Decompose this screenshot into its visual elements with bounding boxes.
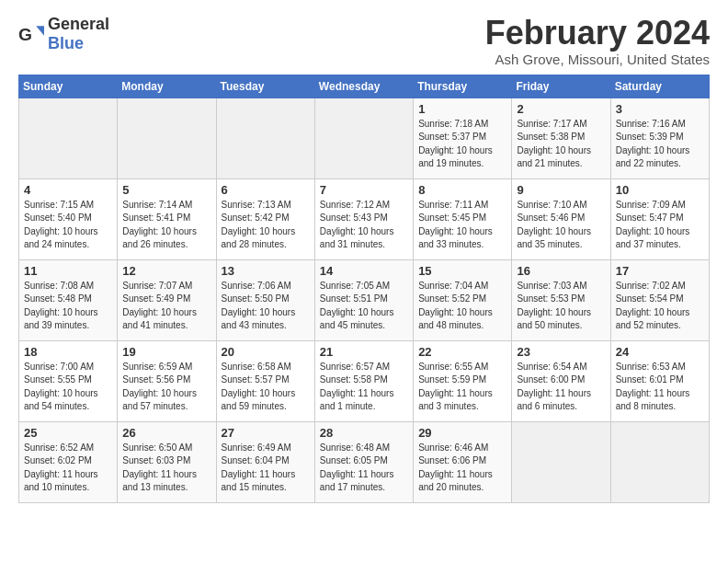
day-info: Sunrise: 7:02 AM Sunset: 5:54 PM Dayligh… <box>616 280 704 333</box>
calendar-week-5: 25Sunrise: 6:52 AM Sunset: 6:02 PM Dayli… <box>19 421 710 502</box>
day-info: Sunrise: 6:54 AM Sunset: 6:00 PM Dayligh… <box>517 361 605 414</box>
header-day-thursday: Thursday <box>414 75 512 98</box>
header-day-friday: Friday <box>512 75 610 98</box>
day-number: 19 <box>122 345 210 359</box>
day-info: Sunrise: 7:13 AM Sunset: 5:42 PM Dayligh… <box>222 199 310 252</box>
day-number: 8 <box>418 183 506 197</box>
day-info: Sunrise: 6:53 AM Sunset: 6:01 PM Dayligh… <box>616 361 704 414</box>
day-number: 2 <box>517 102 605 116</box>
calendar-cell: 10Sunrise: 7:09 AM Sunset: 5:47 PM Dayli… <box>610 178 709 259</box>
day-info: Sunrise: 7:16 AM Sunset: 5:39 PM Dayligh… <box>616 118 704 171</box>
day-info: Sunrise: 7:03 AM Sunset: 5:53 PM Dayligh… <box>517 280 605 333</box>
day-info: Sunrise: 7:09 AM Sunset: 5:47 PM Dayligh… <box>616 199 704 252</box>
day-number: 18 <box>24 345 112 359</box>
calendar-cell: 22Sunrise: 6:55 AM Sunset: 5:59 PM Dayli… <box>414 340 512 421</box>
calendar-cell: 15Sunrise: 7:04 AM Sunset: 5:52 PM Dayli… <box>414 259 512 340</box>
day-info: Sunrise: 6:55 AM Sunset: 5:59 PM Dayligh… <box>418 361 506 414</box>
day-number: 4 <box>24 183 112 197</box>
logo-icon: G <box>18 21 44 47</box>
day-info: Sunrise: 7:04 AM Sunset: 5:52 PM Dayligh… <box>418 280 506 333</box>
day-info: Sunrise: 7:15 AM Sunset: 5:40 PM Dayligh… <box>24 199 112 252</box>
calendar-cell <box>216 98 314 178</box>
calendar-cell: 12Sunrise: 7:07 AM Sunset: 5:49 PM Dayli… <box>118 259 216 340</box>
day-number: 11 <box>24 264 112 278</box>
day-info: Sunrise: 6:58 AM Sunset: 5:57 PM Dayligh… <box>222 361 310 414</box>
day-info: Sunrise: 7:05 AM Sunset: 5:51 PM Dayligh… <box>320 280 408 333</box>
calendar-cell: 26Sunrise: 6:50 AM Sunset: 6:03 PM Dayli… <box>118 421 216 502</box>
header-day-tuesday: Tuesday <box>216 75 314 98</box>
day-number: 17 <box>616 264 704 278</box>
calendar-cell <box>118 98 216 178</box>
day-info: Sunrise: 7:12 AM Sunset: 5:43 PM Dayligh… <box>320 199 408 252</box>
calendar-week-2: 4Sunrise: 7:15 AM Sunset: 5:40 PM Daylig… <box>19 178 710 259</box>
day-number: 27 <box>222 426 310 440</box>
day-number: 25 <box>24 426 112 440</box>
calendar-cell: 19Sunrise: 6:59 AM Sunset: 5:56 PM Dayli… <box>118 340 216 421</box>
calendar-cell <box>512 421 610 502</box>
calendar-cell: 20Sunrise: 6:58 AM Sunset: 5:57 PM Dayli… <box>216 340 314 421</box>
calendar-cell: 11Sunrise: 7:08 AM Sunset: 5:48 PM Dayli… <box>19 259 118 340</box>
day-number: 22 <box>418 345 506 359</box>
day-info: Sunrise: 7:17 AM Sunset: 5:38 PM Dayligh… <box>517 118 605 171</box>
day-info: Sunrise: 7:11 AM Sunset: 5:45 PM Dayligh… <box>418 199 506 252</box>
calendar-cell <box>314 98 413 178</box>
day-info: Sunrise: 7:08 AM Sunset: 5:48 PM Dayligh… <box>24 280 112 333</box>
calendar-subtitle: Ash Grove, Missouri, United States <box>485 52 710 67</box>
svg-marker-1 <box>36 26 44 36</box>
header: G General Blue February 2024 Ash Grove, … <box>18 15 710 67</box>
calendar-cell: 9Sunrise: 7:10 AM Sunset: 5:46 PM Daylig… <box>512 178 610 259</box>
calendar-cell: 1Sunrise: 7:18 AM Sunset: 5:37 PM Daylig… <box>414 98 512 178</box>
logo-blue-text: Blue <box>48 34 84 52</box>
calendar-cell: 14Sunrise: 7:05 AM Sunset: 5:51 PM Dayli… <box>314 259 413 340</box>
day-number: 28 <box>320 426 408 440</box>
day-number: 13 <box>222 264 310 278</box>
calendar-cell: 6Sunrise: 7:13 AM Sunset: 5:42 PM Daylig… <box>216 178 314 259</box>
day-info: Sunrise: 7:07 AM Sunset: 5:49 PM Dayligh… <box>122 280 210 333</box>
day-number: 14 <box>320 264 408 278</box>
day-number: 20 <box>222 345 310 359</box>
day-info: Sunrise: 7:00 AM Sunset: 5:55 PM Dayligh… <box>24 361 112 414</box>
calendar-cell: 24Sunrise: 6:53 AM Sunset: 6:01 PM Dayli… <box>610 340 709 421</box>
day-number: 26 <box>122 426 210 440</box>
day-number: 9 <box>517 183 605 197</box>
calendar-week-4: 18Sunrise: 7:00 AM Sunset: 5:55 PM Dayli… <box>19 340 710 421</box>
calendar-week-3: 11Sunrise: 7:08 AM Sunset: 5:48 PM Dayli… <box>19 259 710 340</box>
day-info: Sunrise: 6:49 AM Sunset: 6:04 PM Dayligh… <box>222 442 310 495</box>
calendar-table: SundayMondayTuesdayWednesdayThursdayFrid… <box>18 75 710 503</box>
logo: G General Blue <box>18 15 109 53</box>
day-number: 3 <box>616 102 704 116</box>
day-number: 5 <box>122 183 210 197</box>
day-info: Sunrise: 6:48 AM Sunset: 6:05 PM Dayligh… <box>320 442 408 495</box>
calendar-cell: 18Sunrise: 7:00 AM Sunset: 5:55 PM Dayli… <box>19 340 118 421</box>
calendar-week-1: 1Sunrise: 7:18 AM Sunset: 5:37 PM Daylig… <box>19 98 710 178</box>
calendar-cell: 7Sunrise: 7:12 AM Sunset: 5:43 PM Daylig… <box>314 178 413 259</box>
day-number: 23 <box>517 345 605 359</box>
day-info: Sunrise: 7:06 AM Sunset: 5:50 PM Dayligh… <box>222 280 310 333</box>
day-info: Sunrise: 7:10 AM Sunset: 5:46 PM Dayligh… <box>517 199 605 252</box>
title-area: February 2024 Ash Grove, Missouri, Unite… <box>485 15 710 67</box>
day-info: Sunrise: 6:50 AM Sunset: 6:03 PM Dayligh… <box>122 442 210 495</box>
calendar-cell: 2Sunrise: 7:17 AM Sunset: 5:38 PM Daylig… <box>512 98 610 178</box>
header-day-monday: Monday <box>118 75 216 98</box>
calendar-cell: 8Sunrise: 7:11 AM Sunset: 5:45 PM Daylig… <box>414 178 512 259</box>
calendar-cell: 5Sunrise: 7:14 AM Sunset: 5:41 PM Daylig… <box>118 178 216 259</box>
day-number: 29 <box>418 426 506 440</box>
day-info: Sunrise: 6:46 AM Sunset: 6:06 PM Dayligh… <box>418 442 506 495</box>
day-number: 24 <box>616 345 704 359</box>
calendar-cell: 21Sunrise: 6:57 AM Sunset: 5:58 PM Dayli… <box>314 340 413 421</box>
calendar-cell: 29Sunrise: 6:46 AM Sunset: 6:06 PM Dayli… <box>414 421 512 502</box>
header-day-saturday: Saturday <box>610 75 709 98</box>
day-info: Sunrise: 6:59 AM Sunset: 5:56 PM Dayligh… <box>122 361 210 414</box>
calendar-title: February 2024 <box>485 15 710 52</box>
day-number: 7 <box>320 183 408 197</box>
day-info: Sunrise: 7:14 AM Sunset: 5:41 PM Dayligh… <box>122 199 210 252</box>
day-number: 15 <box>418 264 506 278</box>
day-number: 1 <box>418 102 506 116</box>
day-number: 10 <box>616 183 704 197</box>
calendar-cell: 17Sunrise: 7:02 AM Sunset: 5:54 PM Dayli… <box>610 259 709 340</box>
day-info: Sunrise: 6:57 AM Sunset: 5:58 PM Dayligh… <box>320 361 408 414</box>
day-number: 21 <box>320 345 408 359</box>
calendar-cell: 4Sunrise: 7:15 AM Sunset: 5:40 PM Daylig… <box>19 178 118 259</box>
calendar-cell: 28Sunrise: 6:48 AM Sunset: 6:05 PM Dayli… <box>314 421 413 502</box>
svg-text:G: G <box>18 25 32 44</box>
